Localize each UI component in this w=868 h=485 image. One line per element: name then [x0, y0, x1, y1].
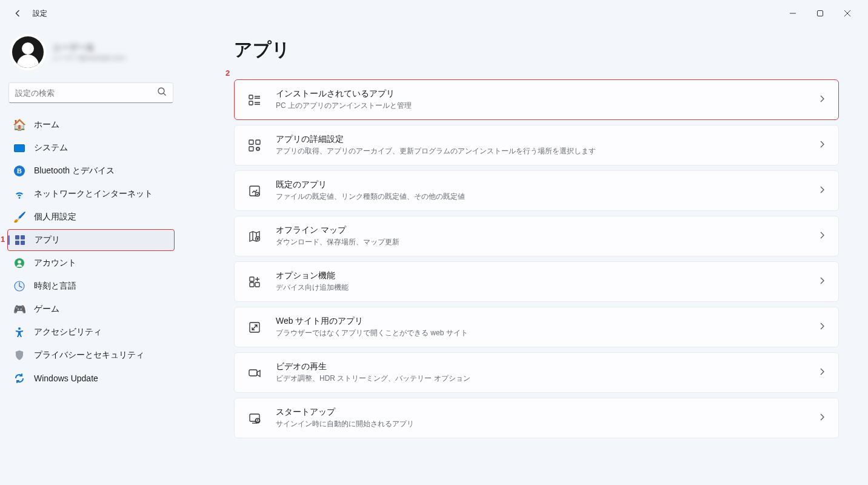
sidebar-item-label: アプリ	[35, 235, 60, 246]
optional-features-icon	[247, 274, 262, 290]
settings-card[interactable]: Web サイト用のアプリブラウザーではなくアプリで開くことができる web サイ…	[234, 307, 839, 347]
svg-point-7	[18, 260, 21, 264]
close-button[interactable]	[833, 4, 861, 23]
maximize-button[interactable]	[806, 4, 833, 23]
advanced-apps-icon	[247, 138, 262, 153]
sidebar-item-personalize[interactable]: 🖌️個人用設定	[7, 206, 175, 228]
card-subtitle: ブラウザーではなくアプリで開くことができる web サイト	[276, 328, 468, 338]
svg-rect-3	[21, 235, 25, 239]
avatar	[10, 34, 46, 70]
annotation-1-label: 1	[1, 235, 5, 244]
settings-cards: 2 インストールされているアプリPC 上のアプリのアンインストールと管理アプリの…	[234, 79, 839, 438]
minimize-button[interactable]	[779, 4, 806, 23]
profile-email: ユーザー@example.com	[52, 53, 125, 62]
chevron-right-icon	[818, 231, 826, 242]
settings-card[interactable]: 既定のアプリファイルの既定値、リンク種類の既定値、その他の既定値	[234, 170, 839, 211]
sidebar-item-label: アクセシビリティ	[34, 327, 102, 338]
card-subtitle: PC 上のアプリのアンインストールと管理	[276, 101, 412, 111]
sidebar-item-accessibility[interactable]: アクセシビリティ	[7, 321, 175, 343]
sidebar-item-label: プライバシーとセキュリティ	[34, 350, 144, 361]
sidebar-item-label: Bluetooth とデバイス	[34, 166, 115, 176]
sidebar-item-home[interactable]: 🏠ホーム	[7, 114, 175, 136]
card-subtitle: ビデオ調整、HDR ストリーミング、バッテリー オプション	[276, 373, 470, 384]
accounts-icon	[13, 257, 25, 269]
sidebar-item-apps[interactable]: 1アプリ	[7, 229, 175, 251]
card-title: Web サイト用のアプリ	[276, 316, 468, 327]
settings-card[interactable]: オプション機能デバイス向け追加機能	[234, 261, 839, 302]
search-input[interactable]	[15, 89, 157, 98]
window-controls	[779, 4, 861, 23]
sidebar-item-accounts[interactable]: アカウント	[7, 252, 175, 274]
card-title: オフライン マップ	[276, 225, 399, 236]
sidebar-item-time-language[interactable]: 時刻と言語	[7, 275, 175, 297]
chevron-right-icon	[818, 95, 826, 105]
sidebar-item-bluetooth[interactable]: BBluetooth とデバイス	[7, 160, 175, 182]
personalize-icon: 🖌️	[13, 211, 25, 223]
chevron-right-icon	[818, 276, 826, 287]
settings-card[interactable]: インストールされているアプリPC 上のアプリのアンインストールと管理	[234, 79, 839, 120]
offline-maps-icon	[247, 229, 262, 244]
card-subtitle: ダウンロード、保存場所、マップ更新	[276, 237, 399, 247]
bluetooth-icon: B	[13, 165, 25, 177]
settings-card[interactable]: アプリの詳細設定アプリの取得、アプリのアーカイブ、更新プログラムのアンインストー…	[234, 125, 839, 166]
settings-card[interactable]: ビデオの再生ビデオ調整、HDR ストリーミング、バッテリー オプション	[234, 352, 839, 393]
settings-card[interactable]: スタートアップサインイン時に自動的に開始されるアプリ	[234, 398, 839, 438]
sidebar-item-label: 個人用設定	[34, 212, 76, 222]
svg-point-9	[18, 327, 21, 330]
sidebar-item-label: ゲーム	[34, 304, 59, 315]
websites-apps-icon	[247, 319, 262, 335]
update-icon	[13, 372, 25, 384]
svg-rect-20	[250, 283, 254, 287]
card-title: インストールされているアプリ	[276, 89, 412, 99]
search-icon	[157, 87, 167, 99]
svg-rect-19	[250, 277, 254, 281]
search-box[interactable]	[8, 82, 173, 103]
card-title: アプリの詳細設定	[276, 134, 596, 145]
card-title: スタートアップ	[276, 407, 414, 418]
svg-rect-2	[15, 235, 19, 239]
annotation-2-label: 2	[225, 69, 230, 78]
sidebar-item-network[interactable]: ネットワークとインターネット	[7, 183, 175, 205]
close-icon	[844, 10, 851, 17]
system-icon	[13, 142, 25, 154]
svg-rect-4	[15, 241, 19, 245]
card-subtitle: ファイルの既定値、リンク種類の既定値、その他の既定値	[276, 192, 465, 202]
svg-rect-14	[256, 140, 260, 144]
privacy-icon	[13, 349, 25, 361]
sidebar-item-label: システム	[34, 142, 68, 153]
window-title: 設定	[33, 8, 47, 19]
card-title: ビデオの再生	[276, 361, 470, 372]
sidebar-item-label: 時刻と言語	[34, 281, 76, 292]
sidebar-item-label: Windows Update	[34, 373, 98, 383]
sidebar-item-update[interactable]: Windows Update	[7, 367, 175, 389]
video-playback-icon	[247, 365, 262, 381]
chevron-right-icon	[818, 413, 826, 424]
profile[interactable]: ユーザー名 ユーザー@example.com	[7, 32, 175, 79]
time-language-icon	[13, 280, 25, 292]
svg-rect-5	[21, 241, 25, 245]
svg-rect-11	[249, 101, 253, 105]
svg-rect-21	[255, 283, 259, 287]
network-icon	[13, 188, 25, 200]
card-title: オプション機能	[276, 270, 349, 281]
minimize-icon	[789, 10, 796, 17]
card-subtitle: デバイス向け追加機能	[276, 283, 349, 293]
svg-point-15	[256, 147, 259, 150]
startup-icon	[247, 410, 262, 426]
back-button[interactable]	[7, 2, 29, 24]
card-subtitle: アプリの取得、アプリのアーカイブ、更新プログラムのアンインストールを行う場所を選…	[276, 146, 596, 156]
settings-card[interactable]: オフライン マップダウンロード、保存場所、マップ更新	[234, 216, 839, 256]
maximize-icon	[816, 10, 824, 17]
chevron-right-icon	[818, 367, 826, 378]
sidebar-item-privacy[interactable]: プライバシーとセキュリティ	[7, 344, 175, 366]
svg-rect-10	[249, 95, 253, 99]
sidebar-item-system[interactable]: システム	[7, 137, 175, 159]
sidebar: ユーザー名 ユーザー@example.com 🏠ホームシステムBBluetoot…	[0, 27, 182, 485]
svg-rect-23	[249, 370, 257, 376]
sidebar-item-label: ホーム	[34, 119, 59, 130]
sidebar-item-gaming[interactable]: 🎮ゲーム	[7, 298, 175, 320]
svg-rect-0	[817, 11, 823, 16]
titlebar: 設定	[0, 0, 868, 27]
gaming-icon: 🎮	[13, 303, 25, 315]
home-icon: 🏠	[13, 119, 25, 131]
